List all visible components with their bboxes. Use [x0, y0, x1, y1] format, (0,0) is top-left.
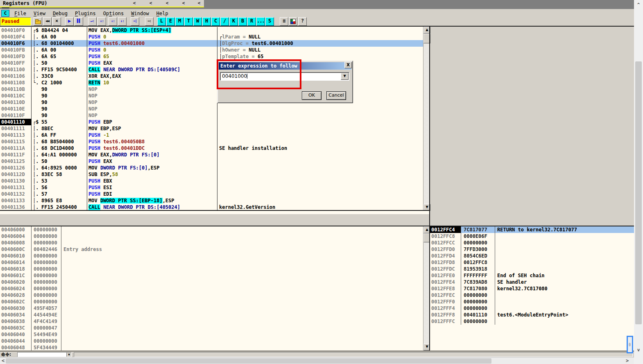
- dump-row[interactable]: 0040602000000000: [0, 279, 423, 285]
- disasm-row[interactable]: 004010FF│.50PUSH EAX: [0, 60, 423, 66]
- pause-button[interactable]: ▌▌: [75, 17, 83, 26]
- disasm-row[interactable]: 00401106│.33C0XOR EAX,EAX: [0, 73, 423, 79]
- dump-row[interactable]: 0040600C00402446Entry address: [0, 246, 423, 253]
- run-button[interactable]: ▶: [65, 17, 74, 26]
- stack-row[interactable]: 0012FFE87C817080kernel32.7C817080: [430, 285, 634, 292]
- menu-item-options[interactable]: Options: [100, 9, 128, 18]
- disasm-row[interactable]: 0040110B90NOP: [0, 86, 423, 93]
- step-into-button[interactable]: ↵:: [88, 17, 97, 26]
- stack-row[interactable]: 0012FFDC81953918: [430, 266, 634, 272]
- disasm-row[interactable]: 00401130│.53PUSH EBX: [0, 178, 423, 184]
- disasm-row[interactable]: 00401100│.FF15 9C50400CALL NEAR DWORD PT…: [0, 66, 423, 73]
- disasm-row[interactable]: 00401136│.FF15 2450400CALL NEAR DWORD PT…: [0, 204, 423, 210]
- disasm-row[interactable]: 00401113│.6A FFPUSH -1: [0, 132, 423, 138]
- windows-list-button[interactable]: ≡: [280, 17, 288, 26]
- stack-row[interactable]: 0012FFD80012FFC8: [430, 259, 634, 266]
- dump-row[interactable]: 0040600000000000: [0, 226, 423, 233]
- stack-row[interactable]: 0012FFD48054C6ED: [430, 253, 634, 259]
- stack-row[interactable]: 0012FFD07FFD3000: [430, 246, 634, 253]
- menu-item-debug[interactable]: Debug: [49, 9, 71, 18]
- disasm-row[interactable]: 0040112D│.83EC 58SUB ESP,58: [0, 171, 423, 178]
- dump-row[interactable]: 0040604400000000: [0, 338, 423, 344]
- view-executables-button[interactable]: E: [166, 17, 175, 26]
- stack-row[interactable]: 0012FFEC00000000: [430, 292, 634, 298]
- page-vscrollbar-thumb[interactable]: [635, 61, 642, 324]
- disasm-row[interactable]: 00401131│.56PUSH ESI: [0, 184, 423, 191]
- stack-row[interactable]: 0012FFF800401110test6.<ModuleEntryPoint>: [430, 312, 634, 318]
- ok-button[interactable]: OK: [302, 91, 322, 100]
- dump-row[interactable]: 004060485F434449: [0, 344, 423, 350]
- disasm-row[interactable]: 00401110┌$55PUSH EBP: [0, 119, 423, 125]
- disasm-row[interactable]: 004010F0┌$8B4424 04MOV EAX,DWORD PTR SS:…: [0, 27, 423, 34]
- menu-item-file[interactable]: File: [11, 9, 30, 18]
- stack-row[interactable]: 0012FFE47C839AD8SE handler: [430, 279, 634, 285]
- menu-item-help[interactable]: Help: [153, 9, 172, 18]
- view-memory-button[interactable]: M: [175, 17, 184, 26]
- disasm-row[interactable]: 004010F6│.68 00104000PUSH test6.00401000…: [0, 40, 423, 47]
- scroll-down-chevron[interactable]: v: [634, 347, 643, 353]
- dialog-title[interactable]: Enter expression to follow: [219, 62, 351, 70]
- dump-row[interactable]: 0040600400000000: [0, 233, 423, 240]
- page-vscrollbar[interactable]: ^ v: [634, 0, 643, 364]
- disasm-row[interactable]: 0040111A│.68 DC1D4000PUSH test6.00401DDC…: [0, 145, 423, 151]
- unroll-button[interactable]: <: [147, 0, 155, 7]
- stack-row[interactable]: 0012FFF400000000: [430, 305, 634, 312]
- menu-item-view[interactable]: View: [30, 9, 49, 18]
- menu-item-window[interactable]: Window: [127, 9, 152, 18]
- cpu-window-icon[interactable]: C: [1, 10, 9, 17]
- stack-row[interactable]: 0012FFE0FFFFFFFFEnd of SEH chain: [430, 272, 634, 279]
- stack-row[interactable]: 0012FFFC00000000: [430, 318, 634, 325]
- disasm-row[interactable]: 004010F4│.6A 00PUSH 0┌lParam = NULL: [0, 34, 423, 40]
- disasm-row[interactable]: 00401132│.57PUSH EDI: [0, 191, 423, 197]
- disasm-row[interactable]: 00401108└.C2 1000RETN 10: [0, 79, 423, 86]
- view-patches-button[interactable]: /: [220, 17, 229, 26]
- page-hscrollbar-thumb[interactable]: [6, 358, 491, 364]
- view-source-button[interactable]: S: [265, 17, 274, 26]
- disasm-row[interactable]: 0040111F│.64:A1 000000MOV EAX,DWORD PTR …: [0, 151, 423, 158]
- dump-row[interactable]: 0040601800000000: [0, 266, 423, 272]
- execute-till-return-button[interactable]: →|: [131, 17, 139, 26]
- go-to-address-button[interactable]: →:: [145, 17, 154, 26]
- disasm-row[interactable]: 00401133│.8965 E8MOV DWORD PTR SS:[EBP-1…: [0, 197, 423, 204]
- dump-row[interactable]: 0040604054494E49: [0, 331, 423, 338]
- unroll-button[interactable]: <: [195, 0, 203, 7]
- view-windows-button[interactable]: W: [193, 17, 202, 26]
- view-call-stack-button[interactable]: K: [229, 17, 238, 26]
- dump-row[interactable]: 0040601400000000: [0, 259, 423, 266]
- disasm-row[interactable]: 00401125│.50PUSH EAX: [0, 158, 423, 165]
- disasm-row[interactable]: 0040110D90NOP: [0, 99, 423, 106]
- view-run-trace-button[interactable]: ...: [256, 17, 265, 26]
- dump-row[interactable]: 0040601C00000000: [0, 272, 423, 279]
- scroll-right-chevron[interactable]: >: [626, 357, 629, 364]
- unroll-button[interactable]: <: [130, 0, 138, 7]
- stack-row[interactable]: 0012FFC80000E06F: [430, 233, 634, 240]
- cancel-button[interactable]: Cancel: [326, 91, 346, 100]
- animate-into-button[interactable]: ⇓:: [109, 17, 117, 26]
- dump-row[interactable]: 0040602C00000000: [0, 298, 423, 305]
- animate-over-button[interactable]: ↓:: [118, 17, 127, 26]
- step-over-button[interactable]: ↓:: [97, 17, 106, 26]
- disasm-row[interactable]: 00401126│.64:8925 0000MOV DWORD PTR FS:[…: [0, 165, 423, 171]
- open-file-button[interactable]: [34, 17, 42, 26]
- dump-row[interactable]: 004060344454494E: [0, 312, 423, 318]
- stack-row[interactable]: 0012FFC47C817077RETURN to kernel32.7C817…: [430, 226, 634, 233]
- scroll-left-chevron[interactable]: <: [2, 357, 5, 364]
- menu-item-plugins[interactable]: Plugins: [71, 9, 100, 18]
- disasm-row[interactable]: 0040110C90NOP: [0, 93, 423, 99]
- view-cpu-button[interactable]: C: [211, 17, 220, 26]
- appearance-button[interactable]: [289, 17, 297, 26]
- command-input[interactable]: ▼: [17, 352, 72, 357]
- stack-row[interactable]: 0012FFCC00000000: [430, 240, 634, 246]
- view-breakpoints-button[interactable]: B: [238, 17, 247, 26]
- unroll-button[interactable]: <: [179, 0, 188, 7]
- help-button[interactable]: ?: [298, 17, 307, 26]
- dump-row[interactable]: 0040601000000000: [0, 253, 423, 259]
- disasm-row[interactable]: 004010FD│.6A 65PUSH 65│pTemplate = 65: [0, 53, 423, 60]
- disasm-row[interactable]: 00401115│.68 B8504000PUSH test6.004050B8: [0, 138, 423, 145]
- dropdown-arrow-icon[interactable]: ▼: [66, 353, 71, 357]
- dump-row[interactable]: 0040602800000000: [0, 292, 423, 298]
- dump-row[interactable]: 0040602400000000: [0, 285, 423, 292]
- dump-row[interactable]: 0040600800000000: [0, 240, 423, 246]
- dump-row[interactable]: 004060384F4C4149: [0, 318, 423, 325]
- disasm-row[interactable]: 0040110E90NOP: [0, 106, 423, 112]
